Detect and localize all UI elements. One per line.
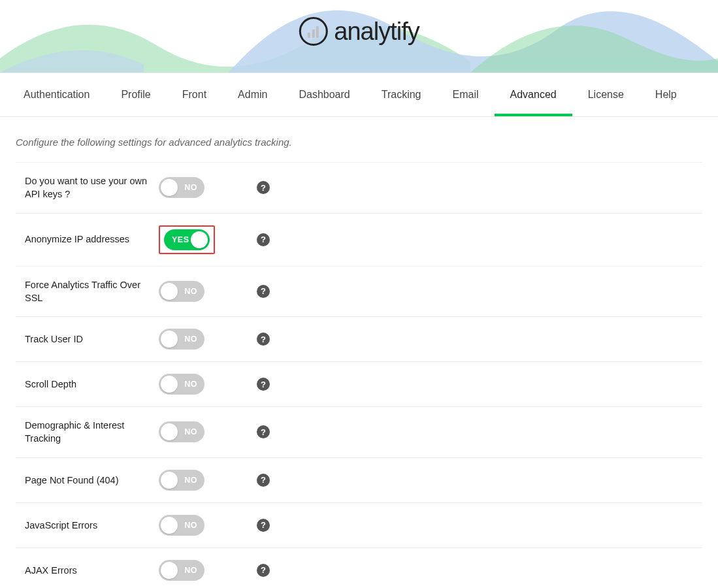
toggle-wrap-demographic: NO [159,421,237,442]
setting-label-demographic: Demographic & Interest Tracking [25,419,159,446]
toggle-knob [161,472,178,489]
tab-front[interactable]: Front [167,73,222,116]
toggle-knob [191,231,208,248]
toggle-state-text: NO [184,427,197,436]
brand-name: analytify [334,18,419,46]
help-icon[interactable]: ? [257,181,270,194]
toggle-anonymize-ip[interactable]: YES [164,229,210,250]
toggle-wrap-own-api-keys: NO [159,177,237,198]
help-icon[interactable]: ? [257,333,270,346]
help-area: ? [257,233,270,246]
help-area: ? [257,474,270,487]
toggle-demographic[interactable]: NO [159,421,204,442]
setting-row-own-api-keys: Do you want to use your own API keys ?NO… [16,162,702,213]
setting-row-demographic: Demographic & Interest TrackingNO? [16,406,702,457]
help-area: ? [257,285,270,298]
tab-license[interactable]: License [572,73,640,116]
help-icon[interactable]: ? [257,378,270,391]
toggle-knob [161,423,178,440]
toggle-state-text: NO [184,521,197,530]
help-area: ? [257,519,270,532]
toggle-knob [161,283,178,300]
toggle-scroll-depth[interactable]: NO [159,374,204,395]
setting-label-own-api-keys: Do you want to use your own API keys ? [25,174,159,201]
setting-row-force-ssl: Force Analytics Traffic Over SSLNO? [16,266,702,317]
toggle-state-text: NO [184,380,197,389]
setting-label-track-user-id: Track User ID [25,333,159,346]
setting-label-page-404: Page Not Found (404) [25,474,159,487]
help-area: ? [257,564,270,577]
tab-email[interactable]: Email [437,73,495,116]
help-icon[interactable]: ? [257,519,270,532]
setting-row-anonymize-ip: Anonymize IP addressesYES? [16,213,702,266]
setting-label-js-errors: JavaScript Errors [25,519,159,532]
tab-advanced[interactable]: Advanced [495,73,572,116]
toggle-knob [161,179,178,196]
toggle-js-errors[interactable]: NO [159,515,204,536]
toggle-ajax-errors[interactable]: NO [159,560,204,581]
tab-admin[interactable]: Admin [222,73,283,116]
toggle-knob [161,376,178,393]
help-area: ? [257,181,270,194]
setting-row-js-errors: JavaScript ErrorsNO? [16,502,702,547]
setting-label-anonymize-ip: Anonymize IP addresses [25,233,159,246]
setting-label-ajax-errors: AJAX Errors [25,564,159,577]
highlight-box: YES [159,225,215,254]
help-icon[interactable]: ? [257,425,270,438]
setting-row-track-user-id: Track User IDNO? [16,316,702,361]
tab-profile[interactable]: Profile [105,73,166,116]
toggle-wrap-track-user-id: NO [159,329,237,350]
toggle-state-text: NO [184,335,197,344]
tab-tracking[interactable]: Tracking [366,73,437,116]
help-icon[interactable]: ? [257,474,270,487]
tab-authentication[interactable]: Authentication [8,73,105,116]
toggle-wrap-force-ssl: NO [159,281,237,302]
toggle-knob [161,562,178,579]
toggle-knob [161,331,178,348]
toggle-state-text: YES [172,235,189,244]
brand: analytify [299,17,419,46]
header-banner: analytify [0,0,718,73]
toggle-force-ssl[interactable]: NO [159,281,204,302]
toggle-state-text: NO [184,566,197,575]
setting-row-scroll-depth: Scroll DepthNO? [16,361,702,406]
toggle-wrap-js-errors: NO [159,515,237,536]
settings-tabs: AuthenticationProfileFrontAdminDashboard… [0,73,718,117]
tab-dashboard[interactable]: Dashboard [283,73,365,116]
help-area: ? [257,425,270,438]
toggle-state-text: NO [184,183,197,192]
toggle-knob [161,517,178,534]
toggle-state-text: NO [184,287,197,296]
advanced-settings-panel: Configure the following settings for adv… [0,117,718,588]
toggle-own-api-keys[interactable]: NO [159,177,204,198]
help-area: ? [257,333,270,346]
setting-row-page-404: Page Not Found (404)NO? [16,457,702,502]
help-icon[interactable]: ? [257,285,270,298]
setting-label-scroll-depth: Scroll Depth [25,378,159,391]
toggle-wrap-page-404: NO [159,470,237,491]
help-icon[interactable]: ? [257,564,270,577]
toggle-state-text: NO [184,476,197,485]
toggle-page-404[interactable]: NO [159,470,204,491]
tab-help[interactable]: Help [640,73,693,116]
toggle-wrap-anonymize-ip: YES [159,225,237,254]
setting-label-force-ssl: Force Analytics Traffic Over SSL [25,278,159,305]
toggle-wrap-scroll-depth: NO [159,374,237,395]
toggle-wrap-ajax-errors: NO [159,560,237,581]
toggle-track-user-id[interactable]: NO [159,329,204,350]
setting-row-ajax-errors: AJAX ErrorsNO? [16,547,702,588]
intro-text: Configure the following settings for adv… [16,117,702,162]
brand-logo-icon [299,17,327,46]
help-icon[interactable]: ? [257,233,270,246]
help-area: ? [257,378,270,391]
